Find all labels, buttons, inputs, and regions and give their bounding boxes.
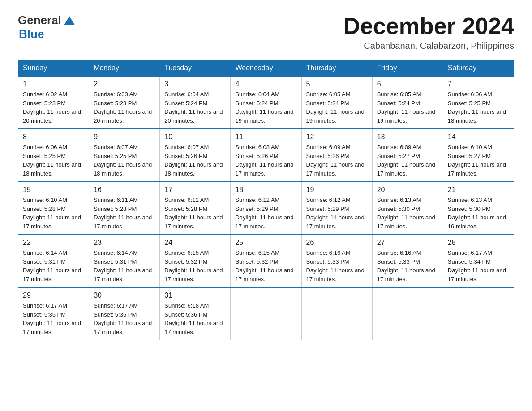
calendar-cell: 15 Sunrise: 6:10 AMSunset: 5:28 PMDaylig… bbox=[18, 182, 89, 235]
calendar-cell: 17 Sunrise: 6:11 AMSunset: 5:28 PMDaylig… bbox=[160, 182, 231, 235]
day-number: 2 bbox=[94, 80, 155, 88]
subtitle: Cabanbanan, Calabarzon, Philippines bbox=[343, 41, 514, 51]
day-info: Sunrise: 6:08 AMSunset: 5:26 PMDaylight:… bbox=[235, 144, 293, 177]
calendar-cell: 16 Sunrise: 6:11 AMSunset: 5:28 PMDaylig… bbox=[89, 182, 160, 235]
calendar-cell: 27 Sunrise: 6:16 AMSunset: 5:33 PMDaylig… bbox=[372, 235, 443, 287]
calendar-cell: 20 Sunrise: 6:13 AMSunset: 5:30 PMDaylig… bbox=[372, 182, 443, 235]
day-info: Sunrise: 6:17 AMSunset: 5:35 PMDaylight:… bbox=[94, 302, 152, 335]
calendar-cell: 31 Sunrise: 6:18 AMSunset: 5:36 PMDaylig… bbox=[160, 287, 231, 340]
calendar-header: Sunday Monday Tuesday Wednesday Thursday… bbox=[18, 60, 514, 77]
day-info: Sunrise: 6:11 AMSunset: 5:28 PMDaylight:… bbox=[94, 197, 152, 230]
calendar-cell: 2 Sunrise: 6:03 AMSunset: 5:23 PMDayligh… bbox=[89, 76, 160, 129]
day-number: 30 bbox=[94, 291, 155, 300]
calendar-week-5: 29 Sunrise: 6:17 AMSunset: 5:35 PMDaylig… bbox=[18, 287, 514, 340]
calendar-cell: 29 Sunrise: 6:17 AMSunset: 5:35 PMDaylig… bbox=[18, 287, 89, 340]
day-number: 16 bbox=[94, 186, 155, 194]
day-number: 6 bbox=[377, 80, 438, 88]
day-info: Sunrise: 6:06 AMSunset: 5:25 PMDaylight:… bbox=[23, 144, 81, 177]
calendar-table: Sunday Monday Tuesday Wednesday Thursday… bbox=[18, 60, 514, 340]
day-info: Sunrise: 6:11 AMSunset: 5:28 PMDaylight:… bbox=[164, 197, 223, 230]
calendar-cell: 13 Sunrise: 6:09 AMSunset: 5:27 PMDaylig… bbox=[372, 129, 443, 182]
header-thursday: Thursday bbox=[301, 60, 372, 77]
calendar-cell bbox=[372, 287, 443, 340]
calendar-cell: 21 Sunrise: 6:13 AMSunset: 5:30 PMDaylig… bbox=[443, 182, 514, 235]
calendar-week-4: 22 Sunrise: 6:14 AMSunset: 5:31 PMDaylig… bbox=[18, 235, 514, 287]
main-title: December 2024 bbox=[343, 13, 514, 39]
day-info: Sunrise: 6:05 AMSunset: 5:24 PMDaylight:… bbox=[306, 91, 365, 124]
day-info: Sunrise: 6:15 AMSunset: 5:32 PMDaylight:… bbox=[235, 249, 293, 283]
day-number: 22 bbox=[23, 239, 84, 247]
calendar-cell: 18 Sunrise: 6:12 AMSunset: 5:29 PMDaylig… bbox=[231, 182, 301, 235]
day-number: 25 bbox=[235, 239, 296, 247]
logo-triangle-icon bbox=[63, 15, 76, 26]
calendar-cell: 19 Sunrise: 6:12 AMSunset: 5:29 PMDaylig… bbox=[301, 182, 372, 235]
calendar-cell: 25 Sunrise: 6:15 AMSunset: 5:32 PMDaylig… bbox=[231, 235, 301, 287]
day-number: 13 bbox=[377, 133, 438, 141]
day-info: Sunrise: 6:05 AMSunset: 5:24 PMDaylight:… bbox=[377, 91, 435, 124]
day-number: 31 bbox=[164, 291, 226, 300]
day-number: 14 bbox=[448, 133, 509, 141]
day-info: Sunrise: 6:15 AMSunset: 5:32 PMDaylight:… bbox=[164, 249, 223, 283]
day-info: Sunrise: 6:07 AMSunset: 5:26 PMDaylight:… bbox=[164, 144, 223, 177]
day-info: Sunrise: 6:16 AMSunset: 5:33 PMDaylight:… bbox=[377, 249, 435, 283]
day-number: 4 bbox=[235, 80, 296, 88]
calendar-cell: 8 Sunrise: 6:06 AMSunset: 5:25 PMDayligh… bbox=[18, 129, 89, 182]
day-info: Sunrise: 6:13 AMSunset: 5:30 PMDaylight:… bbox=[448, 197, 506, 230]
header-sunday: Sunday bbox=[18, 60, 89, 77]
calendar-cell: 4 Sunrise: 6:04 AMSunset: 5:24 PMDayligh… bbox=[231, 76, 301, 129]
day-number: 23 bbox=[94, 239, 155, 247]
day-info: Sunrise: 6:18 AMSunset: 5:36 PMDaylight:… bbox=[164, 302, 223, 335]
day-info: Sunrise: 6:14 AMSunset: 5:31 PMDaylight:… bbox=[94, 249, 152, 283]
calendar-cell: 14 Sunrise: 6:10 AMSunset: 5:27 PMDaylig… bbox=[443, 129, 514, 182]
day-info: Sunrise: 6:06 AMSunset: 5:25 PMDaylight:… bbox=[448, 91, 506, 124]
day-number: 26 bbox=[306, 239, 368, 247]
calendar-cell: 30 Sunrise: 6:17 AMSunset: 5:35 PMDaylig… bbox=[89, 287, 160, 340]
day-number: 5 bbox=[306, 80, 368, 88]
day-info: Sunrise: 6:12 AMSunset: 5:29 PMDaylight:… bbox=[306, 197, 365, 230]
day-number: 27 bbox=[377, 239, 438, 247]
day-info: Sunrise: 6:14 AMSunset: 5:31 PMDaylight:… bbox=[23, 249, 81, 283]
calendar-body: 1 Sunrise: 6:02 AMSunset: 5:23 PMDayligh… bbox=[18, 76, 514, 340]
calendar-cell: 1 Sunrise: 6:02 AMSunset: 5:23 PMDayligh… bbox=[18, 76, 89, 129]
day-number: 11 bbox=[235, 133, 296, 141]
calendar-cell bbox=[231, 287, 301, 340]
day-number: 1 bbox=[23, 80, 84, 88]
day-number: 21 bbox=[448, 186, 509, 194]
calendar-cell: 28 Sunrise: 6:17 AMSunset: 5:34 PMDaylig… bbox=[443, 235, 514, 287]
day-info: Sunrise: 6:17 AMSunset: 5:34 PMDaylight:… bbox=[448, 249, 506, 283]
day-info: Sunrise: 6:10 AMSunset: 5:28 PMDaylight:… bbox=[23, 197, 81, 230]
logo-blue-text: Blue bbox=[19, 27, 44, 41]
calendar-cell bbox=[443, 287, 514, 340]
day-info: Sunrise: 6:02 AMSunset: 5:23 PMDaylight:… bbox=[23, 91, 81, 124]
calendar-cell: 5 Sunrise: 6:05 AMSunset: 5:24 PMDayligh… bbox=[301, 76, 372, 129]
calendar-cell: 12 Sunrise: 6:09 AMSunset: 5:26 PMDaylig… bbox=[301, 129, 372, 182]
day-number: 28 bbox=[448, 239, 509, 247]
day-number: 20 bbox=[377, 186, 438, 194]
header-friday: Friday bbox=[372, 60, 443, 77]
header-wednesday: Wednesday bbox=[231, 60, 301, 77]
calendar-week-3: 15 Sunrise: 6:10 AMSunset: 5:28 PMDaylig… bbox=[18, 182, 514, 235]
day-number: 17 bbox=[164, 186, 226, 194]
day-number: 19 bbox=[306, 186, 368, 194]
svg-marker-0 bbox=[64, 16, 75, 25]
calendar-cell: 9 Sunrise: 6:07 AMSunset: 5:25 PMDayligh… bbox=[89, 129, 160, 182]
day-number: 15 bbox=[23, 186, 84, 194]
day-number: 7 bbox=[448, 80, 509, 88]
page-header: General Blue December 2024 Cabanbanan, C… bbox=[18, 13, 514, 51]
calendar-cell: 26 Sunrise: 6:16 AMSunset: 5:33 PMDaylig… bbox=[301, 235, 372, 287]
title-block: December 2024 Cabanbanan, Calabarzon, Ph… bbox=[343, 13, 514, 51]
header-monday: Monday bbox=[89, 60, 160, 77]
day-number: 29 bbox=[23, 291, 84, 300]
day-info: Sunrise: 6:10 AMSunset: 5:27 PMDaylight:… bbox=[448, 144, 506, 177]
logo: General Blue bbox=[18, 13, 76, 41]
day-number: 12 bbox=[306, 133, 368, 141]
calendar-cell: 3 Sunrise: 6:04 AMSunset: 5:24 PMDayligh… bbox=[160, 76, 231, 129]
day-number: 10 bbox=[164, 133, 226, 141]
day-number: 9 bbox=[94, 133, 155, 141]
calendar-cell: 6 Sunrise: 6:05 AMSunset: 5:24 PMDayligh… bbox=[372, 76, 443, 129]
calendar-cell: 7 Sunrise: 6:06 AMSunset: 5:25 PMDayligh… bbox=[443, 76, 514, 129]
calendar-cell: 11 Sunrise: 6:08 AMSunset: 5:26 PMDaylig… bbox=[231, 129, 301, 182]
day-info: Sunrise: 6:03 AMSunset: 5:23 PMDaylight:… bbox=[94, 91, 152, 124]
day-number: 8 bbox=[23, 133, 84, 141]
day-info: Sunrise: 6:04 AMSunset: 5:24 PMDaylight:… bbox=[235, 91, 293, 124]
